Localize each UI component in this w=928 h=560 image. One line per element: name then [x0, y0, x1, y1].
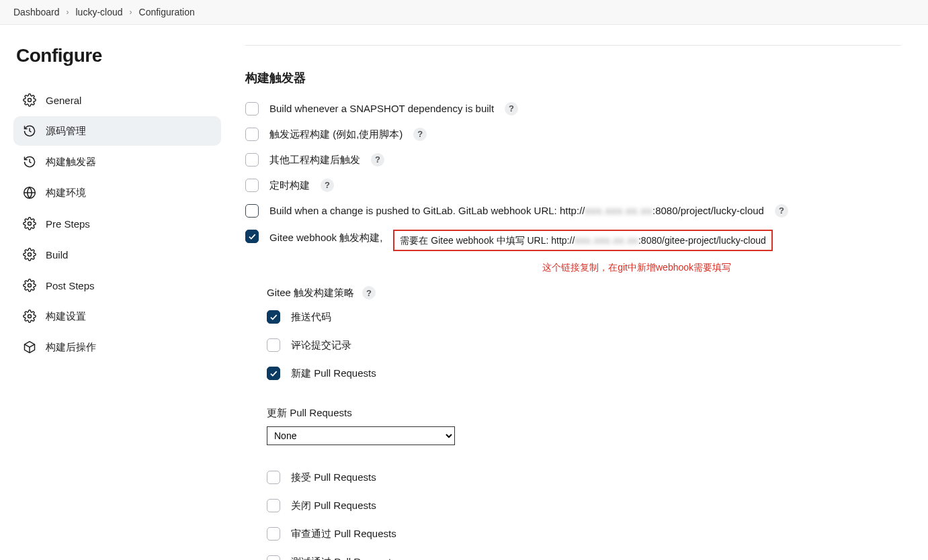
globe-icon	[23, 186, 36, 199]
sidebar: Configure General 源码管理 构建触发器 构建环境 Pre St…	[0, 25, 232, 560]
label-accept-pr: 接受 Pull Requests	[291, 471, 376, 484]
update-pr-label: 更新 Pull Requests	[267, 407, 901, 420]
svg-point-4	[28, 284, 32, 287]
label-gitlab: Build when a change is pushed to GitLab.…	[269, 204, 764, 218]
gear-icon	[23, 217, 36, 230]
redacted-host: xxx.xxx.xx.xx	[585, 204, 652, 218]
check-icon	[247, 232, 257, 241]
sidebar-item-label: Post Steps	[46, 280, 95, 291]
breadcrumb-item-project[interactable]: lucky-cloud	[76, 7, 123, 17]
label-timer: 定时构建	[269, 179, 310, 192]
sidebar-item-label: Pre Steps	[46, 218, 90, 230]
history-icon	[23, 124, 36, 138]
breadcrumb-item-page[interactable]: Configuration	[139, 7, 195, 17]
main-content: 构建触发器 Build whenever a SNAPSHOT dependen…	[232, 25, 917, 560]
sidebar-item-label: General	[46, 95, 81, 106]
sidebar-item-label: 构建后操作	[46, 341, 96, 354]
checkbox-test-pr[interactable]	[267, 555, 280, 560]
svg-point-5	[28, 315, 32, 318]
update-pr-select[interactable]: None	[267, 426, 455, 445]
section-title: 构建触发器	[245, 70, 901, 86]
help-icon[interactable]: ?	[362, 286, 376, 299]
help-icon[interactable]: ?	[371, 153, 384, 167]
page-title: Configure	[16, 45, 221, 66]
section-divider	[245, 45, 901, 46]
redacted-host: xxx.xxx.xx.xx	[575, 234, 638, 247]
label-test-pr: 测试通过 Pull Requests	[291, 556, 396, 561]
check-icon	[269, 312, 278, 322]
history-icon	[23, 155, 36, 169]
help-icon[interactable]: ?	[775, 204, 788, 218]
sidebar-item-build[interactable]: Build	[13, 240, 221, 269]
breadcrumb: Dashboard › lucky-cloud › Configuration	[0, 0, 928, 25]
checkbox-snapshot[interactable]	[245, 102, 259, 115]
chevron-right-icon: ›	[130, 7, 132, 17]
sidebar-item-scm[interactable]: 源码管理	[13, 116, 221, 146]
sidebar-item-build-env[interactable]: 构建环境	[13, 178, 221, 207]
sidebar-item-label: 构建触发器	[46, 156, 96, 169]
sidebar-item-post-steps[interactable]: Post Steps	[13, 271, 221, 300]
checkbox-accept-pr[interactable]	[267, 471, 280, 484]
sidebar-item-build-settings[interactable]: 构建设置	[13, 301, 221, 331]
label-comment-commit: 评论提交记录	[291, 339, 351, 352]
checkbox-push-code[interactable]	[267, 310, 280, 324]
annotation-text: 这个链接复制，在git中新增webhook需要填写	[542, 261, 731, 274]
label-remote: 触发远程构建 (例如,使用脚本)	[269, 128, 403, 141]
checkbox-approve-pr[interactable]	[267, 527, 280, 541]
label-push-code: 推送代码	[291, 311, 331, 324]
breadcrumb-item-dashboard[interactable]: Dashboard	[13, 7, 60, 17]
checkbox-comment-commit[interactable]	[267, 338, 280, 352]
help-icon[interactable]: ?	[505, 102, 518, 115]
svg-point-2	[28, 222, 32, 226]
sidebar-item-pre-steps[interactable]: Pre Steps	[13, 209, 221, 238]
gitee-strategy-block: Gitee 触发构建策略 ? 推送代码 评论提交记录 新建 Pull Reque…	[267, 286, 901, 560]
sidebar-item-label: 构建环境	[46, 187, 86, 199]
label-gitee-prefix: Gitee webhook 触发构建,	[269, 231, 382, 244]
sidebar-item-label: 源码管理	[46, 125, 86, 138]
checkbox-other-build[interactable]	[245, 153, 259, 167]
gear-icon	[23, 93, 36, 107]
gear-icon	[23, 310, 36, 323]
help-icon[interactable]: ?	[413, 128, 427, 141]
check-icon	[269, 369, 278, 378]
cube-icon	[23, 340, 36, 354]
label-other-build: 其他工程构建后触发	[269, 153, 360, 167]
sidebar-item-build-triggers[interactable]: 构建触发器	[13, 147, 221, 177]
sidebar-item-general[interactable]: General	[13, 85, 221, 115]
highlight-box: 需要在 Gitee webhook 中填写 URL: http://xxx.xx…	[393, 230, 772, 251]
sidebar-item-label: 构建设置	[46, 310, 86, 323]
label-close-pr: 关闭 Pull Requests	[291, 500, 376, 512]
checkbox-gitee[interactable]	[245, 230, 259, 243]
checkbox-timer[interactable]	[245, 179, 259, 192]
chevron-right-icon: ›	[67, 7, 69, 17]
svg-point-3	[28, 253, 32, 256]
help-icon[interactable]: ?	[321, 179, 334, 192]
gitee-strategy-label: Gitee 触发构建策略	[267, 287, 354, 299]
svg-point-0	[28, 99, 32, 102]
checkbox-remote[interactable]	[245, 128, 259, 141]
gear-icon	[23, 248, 36, 261]
checkbox-gitlab[interactable]	[245, 204, 259, 218]
label-approve-pr: 审查通过 Pull Requests	[291, 528, 396, 541]
sidebar-item-label: Build	[46, 249, 68, 261]
label-new-pr: 新建 Pull Requests	[291, 367, 376, 380]
label-snapshot: Build whenever a SNAPSHOT dependency is …	[269, 102, 494, 115]
sidebar-item-post-build[interactable]: 构建后操作	[13, 332, 221, 362]
gear-icon	[23, 279, 36, 292]
checkbox-close-pr[interactable]	[267, 499, 280, 512]
checkbox-new-pr[interactable]	[267, 367, 280, 380]
